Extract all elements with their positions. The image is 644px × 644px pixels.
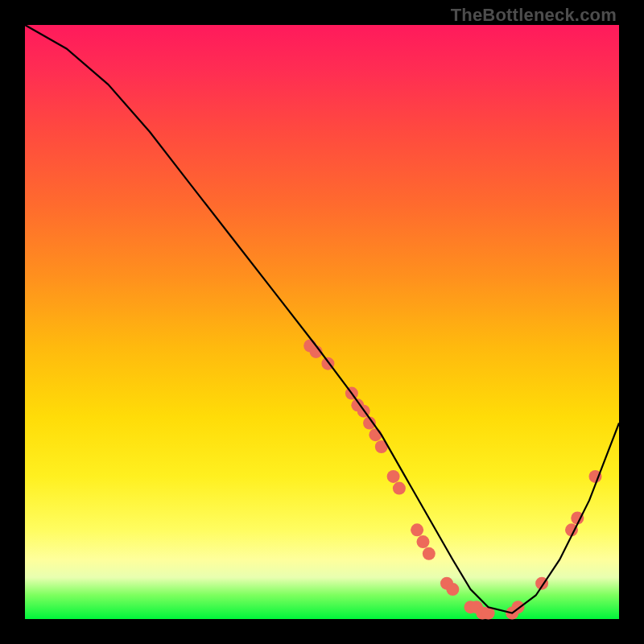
chart-svg (25, 25, 619, 619)
curve-line (25, 25, 619, 613)
marker-dot (423, 547, 436, 560)
marker-dot (387, 470, 400, 483)
plot-area (25, 25, 619, 619)
stage: TheBottleneck.com (0, 0, 644, 644)
markers-layer (303, 340, 601, 620)
marker-dot (369, 428, 382, 441)
watermark-text: TheBottleneck.com (451, 5, 617, 26)
marker-dot (411, 523, 423, 536)
marker-dot (393, 482, 406, 495)
marker-dot (446, 583, 459, 596)
marker-dot (417, 535, 430, 548)
